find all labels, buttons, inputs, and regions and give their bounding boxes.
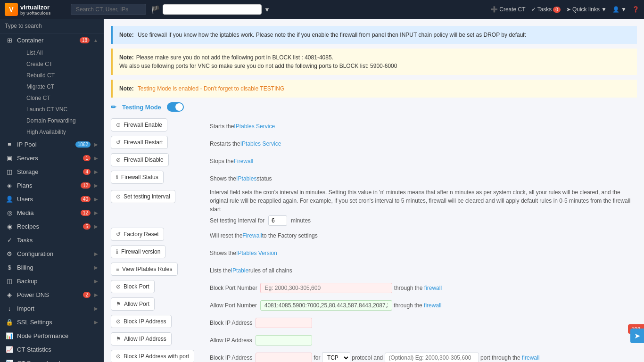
- tasks-badge: 0: [553, 7, 561, 13]
- block-ip-input[interactable]: [256, 318, 312, 328]
- sidebar-item-import[interactable]: ↓ Import ▶: [0, 302, 104, 315]
- iptables-service-link-2[interactable]: IPtables Service: [240, 140, 281, 147]
- sidebar-item-power-dns[interactable]: ◈ Power DNS 2 ▶: [0, 288, 104, 302]
- firewall-actions: ⊙ Firewall Enable Starts the IPtables Se…: [111, 118, 637, 362]
- billing-arrow: ▶: [94, 265, 98, 270]
- sidebar-item-list-all[interactable]: List All: [13, 47, 104, 58]
- sidebar-label-import: Import: [17, 305, 91, 312]
- tasks-button[interactable]: ✓ Tasks 0: [531, 6, 561, 13]
- block-ip-port-ip-input[interactable]: [256, 353, 312, 362]
- storage-badge: 4: [83, 169, 91, 175]
- create-ct-button[interactable]: ➕ Create CT: [491, 6, 525, 13]
- sidebar-item-backup[interactable]: ◫ Backup ▶: [0, 274, 104, 288]
- logo-sub: by Softaculous: [20, 11, 51, 16]
- ct-search-area: 🏴 ▼: [151, 4, 270, 15]
- iptable-link[interactable]: IPtable: [231, 267, 248, 274]
- search-input[interactable]: [71, 4, 146, 15]
- sidebar-item-storage[interactable]: ◫ Storage 4 ▶: [0, 165, 104, 179]
- ct-dropdown-icon[interactable]: ▼: [264, 6, 270, 13]
- status-icon: ℹ: [116, 174, 118, 181]
- media-badge: 12: [81, 210, 91, 216]
- sidebar-item-create-ct[interactable]: Create CT: [13, 58, 104, 70]
- sidebar-item-tasks[interactable]: ✓ Tasks: [0, 233, 104, 247]
- sidebar-item-clone-ct[interactable]: Clone CT: [13, 92, 104, 104]
- firewall-link-2[interactable]: Firewall: [242, 232, 262, 239]
- block-port-button[interactable]: ⊘ Block Port: [111, 280, 155, 293]
- quick-links-button[interactable]: ➤ Quick links ▼: [566, 6, 607, 13]
- firewall-link-1[interactable]: Firewall: [234, 158, 253, 165]
- through-firewall-2: through the firewall: [394, 302, 441, 309]
- firewall-restart-button[interactable]: ↺ Firewall Restart: [111, 136, 168, 149]
- allow-port-input[interactable]: [260, 300, 392, 311]
- fw-row-allow-ip: ⚑ Allow IP Address Allow IP Address: [111, 332, 637, 348]
- fw-row-status: ℹ Firewall Status Shows the IPtables sta…: [111, 171, 637, 186]
- backup-icon: ◫: [6, 278, 13, 285]
- logo-main: virtualizor: [20, 4, 51, 11]
- sidebar-item-rebuild-ct[interactable]: Rebuild CT: [13, 70, 104, 81]
- sidebar-item-launch-ct-vnc[interactable]: Launch CT VNC: [13, 104, 104, 115]
- iptables-link-1[interactable]: IPtables: [236, 175, 256, 182]
- sidebar-item-node-performance[interactable]: 📊 Node Performance: [0, 329, 104, 343]
- view-rules-icon: ≡: [116, 266, 119, 272]
- testing-mode-toggle[interactable]: [167, 102, 184, 112]
- sidebar-item-ssl-settings[interactable]: 🔒 SSL Settings ▶: [0, 315, 104, 329]
- allow-port-button[interactable]: ⚑ Allow Port: [111, 297, 155, 311]
- sidebar-label-recipes: Recipes: [17, 223, 79, 230]
- sidebar-item-domain-forwarding[interactable]: Domain Forwarding: [13, 115, 104, 126]
- fw-row-interval: ⊙ Set testing interval Interval field se…: [111, 188, 637, 226]
- block-ip-with-port-button[interactable]: ⊘ Block IP Address with port: [111, 350, 194, 362]
- recipes-badge: 5: [83, 223, 91, 230]
- note2-line2: We also use following ports for VNC so m…: [119, 63, 397, 69]
- block-ip-port-port-input[interactable]: [385, 353, 479, 362]
- block-ip-icon: ⊘: [116, 318, 121, 325]
- block-ip-address-button[interactable]: ⊘ Block IP Address: [111, 315, 172, 328]
- firewall-version-button[interactable]: ℹ Firewall version: [111, 245, 165, 258]
- topbar: V virtualizor by Softaculous 🏴 ▼ ➕ Creat…: [0, 0, 644, 19]
- recipes-arrow: ▶: [94, 224, 98, 229]
- allow-port-label: Allow Port: [124, 301, 149, 307]
- firewall-enable-button[interactable]: ⊙ Firewall Enable: [111, 118, 167, 132]
- sidebar-item-plans[interactable]: ◈ Plans 12 ▶: [0, 179, 104, 192]
- sidebar-item-ct-statistics[interactable]: 📈 CT Statistics: [0, 343, 104, 356]
- sidebar-item-media[interactable]: ◎ Media 12 ▶: [0, 206, 104, 220]
- sidebar-label-ct-statistics: CT Statistics: [17, 346, 98, 353]
- media-icon: ◎: [6, 209, 13, 216]
- sidebar-item-configuration[interactable]: ⚙ Configuration ▶: [0, 247, 104, 261]
- firewall-disable-button[interactable]: ⊘ Firewall Disable: [111, 153, 169, 166]
- allow-ip-address-button[interactable]: ⚑ Allow IP Address: [111, 332, 172, 346]
- firewall-restart-label: Firewall Restart: [124, 139, 163, 146]
- sidebar-item-high-availability[interactable]: High Availability: [13, 126, 104, 138]
- fw-row-disable: ⊘ Firewall Disable Stops the Firewall: [111, 153, 637, 169]
- sidebar-item-servers[interactable]: ▣ Servers 1 ▶: [0, 151, 104, 165]
- firewall-status-label: Firewall Status: [121, 174, 158, 181]
- ip-pool-arrow: ▶: [94, 142, 98, 147]
- sidebar-item-container[interactable]: ⊞ Container 18 ▲: [0, 33, 104, 47]
- help-button[interactable]: ❓: [632, 6, 639, 13]
- interval-value-input[interactable]: [268, 215, 287, 226]
- ct-select-input[interactable]: [163, 4, 262, 15]
- sidebar-label-ct-server-loads: CT Server Loads: [17, 360, 98, 362]
- iptables-version-link[interactable]: IPtables Version: [236, 250, 277, 256]
- sidebar-item-recipes[interactable]: ◉ Recipes 5 ▶: [0, 220, 104, 233]
- sidebar-item-users[interactable]: 👤 Users 40 ▶: [0, 192, 104, 206]
- factory-reset-button[interactable]: ↺ Factory Reset: [111, 228, 164, 241]
- sidebar-label-media: Media: [17, 209, 77, 216]
- main-layout: Type to search ⊞ Container 18 ▲ List All…: [0, 19, 644, 362]
- sidebar-item-billing[interactable]: $ Billing ▶: [0, 261, 104, 274]
- block-ip-port-protocol-select[interactable]: TCP UDP: [322, 352, 350, 362]
- sidebar-item-ct-server-loads[interactable]: 📉 CT Server Loads: [0, 356, 104, 362]
- ct-stats-icon: 📈: [6, 346, 13, 353]
- firewall-status-button[interactable]: ℹ Firewall Status: [111, 171, 164, 184]
- iptables-service-link-1[interactable]: IPtables Service: [234, 123, 275, 130]
- set-testing-interval-button[interactable]: ⊙ Set testing interval: [111, 190, 175, 203]
- users-icon: 👤: [6, 196, 13, 203]
- sidebar-item-migrate-ct[interactable]: Migrate CT: [13, 81, 104, 92]
- block-port-input[interactable]: [260, 283, 392, 293]
- container-badge: 18: [80, 37, 90, 43]
- view-iptables-rules-button[interactable]: ≡ View IPtables Rules: [111, 263, 178, 276]
- user-menu-button[interactable]: 👤 ▼: [612, 6, 627, 13]
- sidebar-label-power-dns: Power DNS: [17, 291, 79, 298]
- notification-arrow[interactable]: ➤: [630, 329, 644, 343]
- allow-ip-input[interactable]: [256, 335, 312, 346]
- sidebar-item-ip-pool[interactable]: ≡ IP Pool 1862 ▶: [0, 138, 104, 151]
